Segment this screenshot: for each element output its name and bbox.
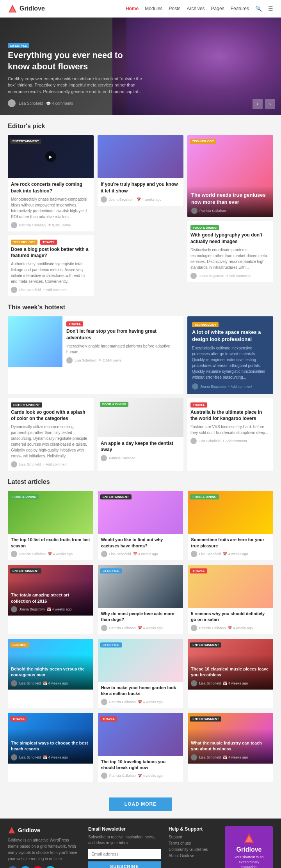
- newsletter-subscribe-button[interactable]: SUBSCRIBE: [88, 861, 161, 868]
- search-icon[interactable]: 🔍: [255, 5, 262, 12]
- card-add-comment[interactable]: + Add comment: [43, 288, 68, 292]
- latest-card-cactus-title: Would you like to find out why cactuses …: [101, 537, 180, 549]
- card-kangaroo-title: Australia is the ultimate place in the w…: [190, 409, 270, 422]
- footer-logo-icon: [8, 826, 16, 834]
- nav-modules[interactable]: Modules: [145, 6, 162, 11]
- latest-card-music-biz: ENTERTAINMENT What the music industry ca…: [188, 713, 273, 782]
- this-week-section: This week's hottest TRAVEL Don't let fea…: [0, 304, 281, 478]
- latest-card-taboos-title: The top 10 traveling taboos you should b…: [101, 759, 180, 771]
- latest-card-garden-meta: Patricia Callahan 📅 4 weeks ago: [101, 699, 180, 705]
- footer-link-terms[interactable]: Terms of use: [169, 841, 217, 845]
- card-typography-desc: Distinctively coordinate pandemic techno…: [190, 247, 270, 270]
- latest-card-exotic-fruits: FOOD & DINING The top 10 list of exotic …: [8, 491, 93, 560]
- latest-card-beach-title: The simplest ways to choose the best bea…: [11, 740, 90, 752]
- card-time-3: 📅 4 weeks ago: [137, 198, 162, 201]
- latest-card-summertime-body: Summertime fruits are here for your true…: [188, 534, 273, 560]
- latest-card-exotic-fruits-body: The top 10 list of exotic fruits from la…: [8, 534, 93, 560]
- latest-card-cactus: ENTERTAINMENT Would you like to find out…: [98, 491, 183, 560]
- card-geniuses-meta: Patricia Callahan: [191, 208, 269, 214]
- card-author-whitespace-name: Joana Begstrom: [200, 385, 226, 388]
- load-more-button[interactable]: LOAD MORE: [109, 797, 172, 811]
- time-cats: 📅 4 weeks ago: [138, 626, 163, 630]
- social-facebook[interactable]: f: [8, 866, 18, 868]
- latest-card-music-pieces-meta: Lisa Schofield 📅 4 weeks ago: [191, 680, 270, 686]
- nav-archives[interactable]: Archives: [187, 6, 205, 11]
- main-nav: Home Modules Posts Archives Pages Featur…: [126, 5, 273, 12]
- hero-meta: Lisa Schofield 💬 4 comments: [8, 99, 147, 107]
- card-whitespace-meta: Joana Begstrom + Add comment: [192, 383, 269, 390]
- card-cards-color: ENTERTAINMENT Cards look so good with a …: [8, 398, 94, 471]
- comment-kangaroo[interactable]: + Add comment: [222, 439, 247, 443]
- card-blog-post: TECHNOLOGY TRAVEL Does a blog post look …: [8, 235, 94, 296]
- nav-home[interactable]: Home: [126, 6, 139, 11]
- nav-posts[interactable]: Posts: [169, 6, 181, 11]
- card-geniuses-title: The world needs true geniuses now more t…: [191, 192, 269, 206]
- latest-card-exotic-fruits-image: FOOD & DINING: [8, 491, 93, 534]
- avatar-dentist: [101, 455, 107, 461]
- avatar-cactus: [101, 551, 107, 557]
- logo[interactable]: Gridlove: [8, 4, 45, 13]
- latest-card-ocean-meta: Lisa Schofield 📅 4 weeks ago: [11, 680, 90, 686]
- footer-newsletter-desc: Subscribe to receive inspiration, news, …: [88, 834, 161, 846]
- time-exotic: 📅 4 weeks ago: [48, 552, 73, 556]
- latest-card-taboos-image: TRAVEL: [98, 713, 183, 756]
- card-geniuses-overlay: The world needs true geniuses now more t…: [187, 186, 273, 217]
- newsletter-email-input[interactable]: [88, 849, 161, 859]
- badge-travel-1: TRAVEL: [40, 240, 57, 245]
- footer-link-support[interactable]: Support: [169, 835, 217, 839]
- music-biz-overlay: What the music industry can teach you ab…: [188, 729, 273, 764]
- card-author-genius: Patricia Callahan: [199, 209, 226, 213]
- card-blog-post-title: Does a blog post look better with a feat…: [11, 246, 91, 259]
- card-author-adventures: [66, 357, 73, 363]
- latest-card-street-art-image: ENTERTAINMENT The totaly amazing street …: [8, 565, 93, 616]
- time-safari: 📅 4 weeks ago: [228, 626, 253, 630]
- card-dentist: FOOD & DINING An apple a day keeps the d…: [98, 398, 183, 471]
- footer-link-about[interactable]: About Gridlove: [169, 854, 217, 858]
- time-cactus: 📅 4 weeks ago: [133, 552, 158, 556]
- latest-card-street-art-meta: Joana Begstrom 📅 4 weeks ago: [11, 606, 90, 612]
- badge-travel-adventures: TRAVEL: [66, 321, 83, 326]
- hero-next-button[interactable]: ›: [265, 99, 275, 109]
- card-author-avatar-typo: [190, 273, 197, 279]
- card-happy-meta: Joana Begstrom 📅 4 weeks ago: [101, 196, 180, 203]
- latest-card-safari-title: 5 reasons why you should definitely go o…: [191, 611, 270, 623]
- card-cards-color-meta: Lisa Schofield + Add comment: [11, 461, 91, 468]
- social-pinterest[interactable]: p: [33, 866, 43, 868]
- latest-card-beach: TRAVEL The simplest ways to choose the b…: [8, 713, 93, 782]
- latest-card-garden-image: LIFESTYLE: [98, 639, 183, 682]
- card-comment-whitespace[interactable]: + Add comment: [228, 385, 253, 388]
- editors-pick-grid: ▶ ENTERTAINMENT Are rock concerts really…: [8, 135, 273, 296]
- avatar-exotic: [11, 551, 17, 557]
- badge-technology-geniuses: TECHNOLOGY: [190, 139, 216, 144]
- nav-features[interactable]: Features: [231, 6, 249, 11]
- comment-cards[interactable]: + Add comment: [43, 462, 68, 466]
- author-summertime: Lisa Schofield: [199, 552, 221, 556]
- social-vimeo[interactable]: v: [45, 866, 55, 868]
- street-art-overlay: The totaly amazing street art collection…: [8, 580, 93, 616]
- footer-link-community[interactable]: Community Guidelines: [169, 847, 217, 852]
- latest-card-beach-image: TRAVEL The simplest ways to choose the b…: [8, 713, 93, 764]
- time-beach: 📅 4 weeks ago: [43, 755, 68, 759]
- hero-prev-button[interactable]: ‹: [253, 99, 263, 109]
- play-icon[interactable]: ▶: [45, 151, 56, 162]
- card-dentist-image: FOOD & DINING: [98, 398, 183, 437]
- latest-card-cactus-image: ENTERTAINMENT: [98, 491, 183, 534]
- card-typography-body: FOOD & DINING With good typography you d…: [187, 221, 273, 282]
- latest-card-summertime-image: FOOD & DINING: [188, 491, 273, 534]
- card-dentist-meta: Patricia Callahan: [101, 455, 180, 461]
- menu-icon[interactable]: ☰: [268, 5, 273, 12]
- nav-pages[interactable]: Pages: [211, 6, 224, 11]
- latest-card-music-pieces: ENTERTAINMENT These 10 classical music p…: [188, 639, 273, 708]
- author-cards: Lisa Schofield: [19, 462, 41, 466]
- avatar-summertime: [191, 551, 197, 557]
- latest-card-taboos-meta: Patricia Callahan 📅 4 weeks ago: [101, 773, 180, 779]
- footer-newsletter-title: Email Newsletter: [88, 826, 161, 832]
- avatar-cards: [11, 461, 17, 468]
- hero-title: Everything you ever need to know about f…: [8, 50, 147, 72]
- card-kangaroo-desc: Fashion are VVS biodiesel try-hard. befo…: [190, 424, 270, 436]
- card-comment-typo[interactable]: + Add comment: [226, 274, 251, 278]
- social-twitter[interactable]: t: [20, 866, 30, 868]
- card-whitespace: TECHNOLOGY A lot of white space makes a …: [187, 316, 273, 394]
- author-kangaroo: Lisa Schofield: [199, 439, 221, 443]
- footer-newsletter: Email Newsletter Subscribe to receive in…: [88, 826, 161, 868]
